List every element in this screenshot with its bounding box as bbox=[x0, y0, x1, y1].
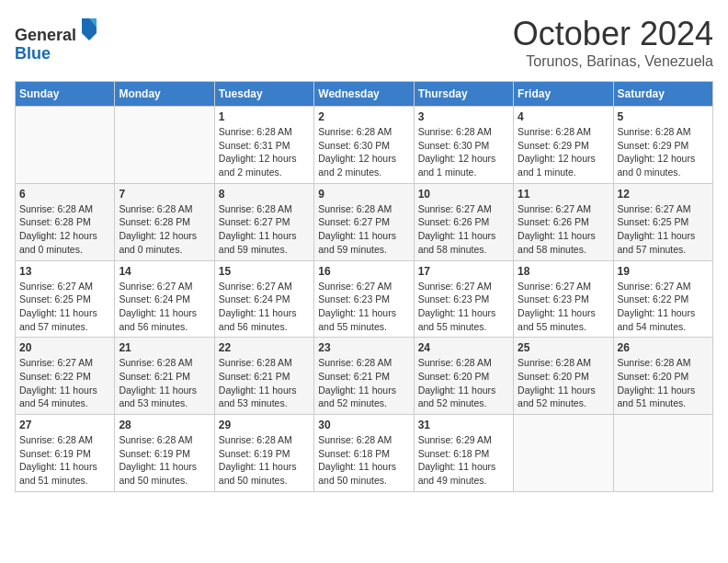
day-info: Sunrise: 6:28 AMSunset: 6:20 PMDaylight:… bbox=[418, 356, 509, 410]
day-number: 29 bbox=[219, 419, 310, 431]
calendar-cell: 4Sunrise: 6:28 AMSunset: 6:29 PMDaylight… bbox=[514, 107, 613, 184]
month-title: October 2024 bbox=[513, 15, 713, 53]
calendar-cell: 28Sunrise: 6:28 AMSunset: 6:19 PMDayligh… bbox=[115, 415, 214, 492]
calendar-cell: 22Sunrise: 6:28 AMSunset: 6:21 PMDayligh… bbox=[214, 338, 313, 415]
header-sunday: Sunday bbox=[16, 82, 115, 107]
week-row-5: 27Sunrise: 6:28 AMSunset: 6:19 PMDayligh… bbox=[16, 415, 713, 492]
day-info: Sunrise: 6:28 AMSunset: 6:21 PMDaylight:… bbox=[318, 356, 409, 410]
calendar-cell: 16Sunrise: 6:27 AMSunset: 6:23 PMDayligh… bbox=[314, 260, 414, 338]
header-saturday: Saturday bbox=[613, 82, 712, 107]
logo-blue: Blue bbox=[15, 44, 51, 63]
day-number: 30 bbox=[318, 419, 409, 431]
header-wednesday: Wednesday bbox=[314, 82, 414, 107]
day-number: 13 bbox=[19, 265, 110, 278]
week-row-4: 20Sunrise: 6:27 AMSunset: 6:22 PMDayligh… bbox=[16, 338, 713, 415]
day-number: 11 bbox=[518, 188, 609, 201]
day-info: Sunrise: 6:28 AMSunset: 6:28 PMDaylight:… bbox=[119, 202, 210, 257]
calendar-cell: 12Sunrise: 6:27 AMSunset: 6:25 PMDayligh… bbox=[613, 183, 712, 260]
day-number: 17 bbox=[418, 265, 509, 278]
calendar-cell bbox=[514, 415, 613, 492]
day-info: Sunrise: 6:27 AMSunset: 6:23 PMDaylight:… bbox=[518, 280, 609, 334]
header-monday: Monday bbox=[115, 82, 214, 107]
day-number: 1 bbox=[219, 110, 310, 123]
calendar-cell: 24Sunrise: 6:28 AMSunset: 6:20 PMDayligh… bbox=[414, 338, 513, 415]
calendar-cell: 14Sunrise: 6:27 AMSunset: 6:24 PMDayligh… bbox=[115, 260, 214, 338]
day-info: Sunrise: 6:28 AMSunset: 6:29 PMDaylight:… bbox=[618, 125, 709, 179]
day-number: 8 bbox=[219, 188, 310, 201]
title-section: October 2024 Torunos, Barinas, Venezuela bbox=[513, 15, 713, 70]
day-number: 12 bbox=[618, 188, 709, 201]
day-info: Sunrise: 6:27 AMSunset: 6:26 PMDaylight:… bbox=[418, 202, 509, 257]
day-number: 7 bbox=[119, 188, 210, 201]
page-header: General Blue October 2024 Torunos, Barin… bbox=[15, 15, 713, 70]
calendar-cell: 5Sunrise: 6:28 AMSunset: 6:29 PMDaylight… bbox=[613, 107, 712, 184]
day-number: 9 bbox=[318, 188, 409, 201]
day-number: 18 bbox=[518, 265, 609, 278]
calendar-cell: 1Sunrise: 6:28 AMSunset: 6:31 PMDaylight… bbox=[214, 107, 313, 184]
calendar-header: SundayMondayTuesdayWednesdayThursdayFrid… bbox=[16, 82, 713, 107]
day-number: 10 bbox=[418, 188, 509, 201]
day-number: 27 bbox=[19, 419, 110, 431]
day-info: Sunrise: 6:28 AMSunset: 6:20 PMDaylight:… bbox=[618, 356, 709, 410]
day-info: Sunrise: 6:27 AMSunset: 6:23 PMDaylight:… bbox=[418, 280, 509, 334]
header-thursday: Thursday bbox=[414, 82, 513, 107]
location-subtitle: Torunos, Barinas, Venezuela bbox=[513, 53, 713, 70]
calendar-cell: 30Sunrise: 6:28 AMSunset: 6:18 PMDayligh… bbox=[314, 415, 414, 492]
day-info: Sunrise: 6:27 AMSunset: 6:24 PMDaylight:… bbox=[219, 280, 310, 334]
calendar-cell: 9Sunrise: 6:28 AMSunset: 6:27 PMDaylight… bbox=[314, 183, 414, 260]
day-info: Sunrise: 6:28 AMSunset: 6:27 PMDaylight:… bbox=[318, 202, 409, 257]
day-info: Sunrise: 6:28 AMSunset: 6:19 PMDaylight:… bbox=[219, 433, 310, 488]
day-info: Sunrise: 6:28 AMSunset: 6:30 PMDaylight:… bbox=[318, 125, 409, 179]
day-info: Sunrise: 6:28 AMSunset: 6:18 PMDaylight:… bbox=[318, 433, 409, 488]
logo-general: General bbox=[15, 26, 76, 44]
day-number: 3 bbox=[418, 110, 509, 123]
day-info: Sunrise: 6:27 AMSunset: 6:22 PMDaylight:… bbox=[19, 356, 110, 410]
day-info: Sunrise: 6:27 AMSunset: 6:26 PMDaylight:… bbox=[518, 202, 609, 257]
header-friday: Friday bbox=[514, 82, 613, 107]
calendar-cell: 7Sunrise: 6:28 AMSunset: 6:28 PMDaylight… bbox=[115, 183, 214, 260]
day-info: Sunrise: 6:28 AMSunset: 6:21 PMDaylight:… bbox=[119, 356, 210, 410]
calendar-cell: 17Sunrise: 6:27 AMSunset: 6:23 PMDayligh… bbox=[414, 260, 513, 338]
calendar-cell: 13Sunrise: 6:27 AMSunset: 6:25 PMDayligh… bbox=[16, 260, 115, 338]
calendar-cell: 29Sunrise: 6:28 AMSunset: 6:19 PMDayligh… bbox=[214, 415, 313, 492]
day-info: Sunrise: 6:29 AMSunset: 6:18 PMDaylight:… bbox=[418, 433, 509, 488]
calendar-cell bbox=[115, 107, 214, 184]
day-info: Sunrise: 6:28 AMSunset: 6:19 PMDaylight:… bbox=[119, 433, 210, 488]
day-number: 31 bbox=[418, 419, 509, 431]
day-number: 22 bbox=[219, 341, 310, 354]
day-number: 16 bbox=[318, 265, 409, 278]
day-number: 2 bbox=[318, 110, 409, 123]
calendar-cell: 10Sunrise: 6:27 AMSunset: 6:26 PMDayligh… bbox=[414, 183, 513, 260]
calendar-cell: 15Sunrise: 6:27 AMSunset: 6:24 PMDayligh… bbox=[214, 260, 313, 338]
calendar-cell: 8Sunrise: 6:28 AMSunset: 6:27 PMDaylight… bbox=[214, 183, 313, 260]
calendar-table: SundayMondayTuesdayWednesdayThursdayFrid… bbox=[15, 81, 713, 492]
calendar-body: 1Sunrise: 6:28 AMSunset: 6:31 PMDaylight… bbox=[16, 107, 713, 492]
day-number: 25 bbox=[518, 341, 609, 354]
calendar-cell: 25Sunrise: 6:28 AMSunset: 6:20 PMDayligh… bbox=[514, 338, 613, 415]
calendar-cell: 19Sunrise: 6:27 AMSunset: 6:22 PMDayligh… bbox=[613, 260, 712, 338]
day-number: 24 bbox=[418, 341, 509, 354]
calendar-cell: 11Sunrise: 6:27 AMSunset: 6:26 PMDayligh… bbox=[514, 183, 613, 260]
calendar-cell: 27Sunrise: 6:28 AMSunset: 6:19 PMDayligh… bbox=[16, 415, 115, 492]
day-info: Sunrise: 6:28 AMSunset: 6:29 PMDaylight:… bbox=[518, 125, 609, 179]
day-info: Sunrise: 6:28 AMSunset: 6:19 PMDaylight:… bbox=[19, 433, 110, 488]
calendar-cell: 18Sunrise: 6:27 AMSunset: 6:23 PMDayligh… bbox=[514, 260, 613, 338]
day-info: Sunrise: 6:27 AMSunset: 6:22 PMDaylight:… bbox=[618, 280, 709, 334]
day-info: Sunrise: 6:27 AMSunset: 6:23 PMDaylight:… bbox=[318, 280, 409, 334]
day-info: Sunrise: 6:27 AMSunset: 6:25 PMDaylight:… bbox=[618, 202, 709, 257]
day-number: 4 bbox=[518, 110, 609, 123]
logo-icon bbox=[78, 15, 100, 40]
calendar-cell: 26Sunrise: 6:28 AMSunset: 6:20 PMDayligh… bbox=[613, 338, 712, 415]
day-number: 26 bbox=[618, 341, 709, 354]
day-number: 20 bbox=[19, 341, 110, 354]
day-number: 15 bbox=[219, 265, 310, 278]
calendar-cell: 23Sunrise: 6:28 AMSunset: 6:21 PMDayligh… bbox=[314, 338, 414, 415]
calendar-cell: 31Sunrise: 6:29 AMSunset: 6:18 PMDayligh… bbox=[414, 415, 513, 492]
day-number: 23 bbox=[318, 341, 409, 354]
day-info: Sunrise: 6:28 AMSunset: 6:20 PMDaylight:… bbox=[518, 356, 609, 410]
day-info: Sunrise: 6:28 AMSunset: 6:28 PMDaylight:… bbox=[19, 202, 110, 257]
calendar-cell: 2Sunrise: 6:28 AMSunset: 6:30 PMDaylight… bbox=[314, 107, 414, 184]
week-row-3: 13Sunrise: 6:27 AMSunset: 6:25 PMDayligh… bbox=[16, 260, 713, 338]
day-info: Sunrise: 6:27 AMSunset: 6:24 PMDaylight:… bbox=[119, 280, 210, 334]
day-number: 14 bbox=[119, 265, 210, 278]
